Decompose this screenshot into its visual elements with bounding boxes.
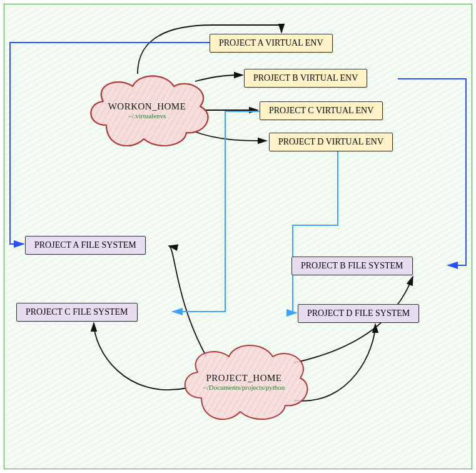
project-c-fs-box: PROJECT C FILE SYSTEM	[16, 303, 138, 322]
project-a-fs-box: PROJECT A FILE SYSTEM	[25, 236, 146, 255]
project-home-path: ~/Documents/projects/python	[175, 384, 313, 391]
project-b-fs-box: PROJECT B FILE SYSTEM	[291, 257, 413, 275]
project-home-cloud: PROJECT_HOME ~/Documents/projects/python	[175, 338, 313, 432]
project-a-venv-box: PROJECT A VIRTUAL ENV	[210, 34, 333, 53]
project-b-venv-box: PROJECT B VIRTUAL ENV	[244, 69, 367, 88]
project-c-venv-box: PROJECT C VIRTUAL ENV	[260, 101, 383, 120]
project-home-title: PROJECT_HOME	[175, 373, 313, 384]
project-d-venv-box: PROJECT D VIRTUAL ENV	[269, 133, 393, 151]
workon-home-cloud: WORKON_HOME ~/.virtualenvs	[81, 69, 213, 156]
workon-home-path: ~/.virtualenvs	[81, 112, 213, 120]
workon-home-title: WORKON_HOME	[81, 101, 213, 112]
project-d-fs-box: PROJECT D FILE SYSTEM	[298, 304, 419, 323]
